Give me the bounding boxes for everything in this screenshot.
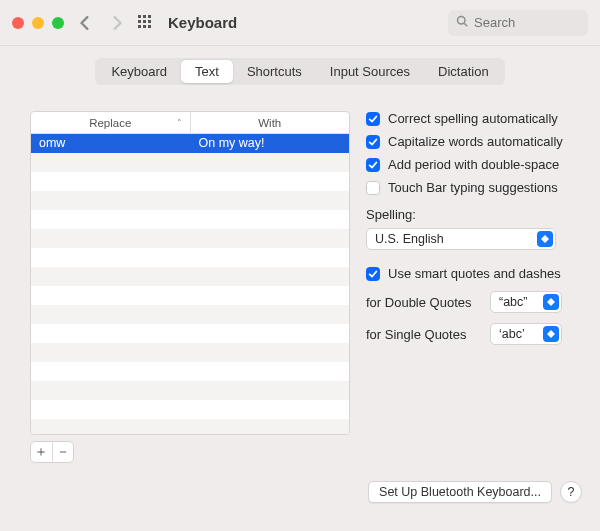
tab-bar: Keyboard Text Shortcuts Input Sources Di… <box>0 46 600 95</box>
checkbox-icon <box>366 158 380 172</box>
table-row-empty <box>31 400 349 419</box>
options-column: Correct spelling automatically Capitaliz… <box>366 111 570 463</box>
bluetooth-keyboard-button[interactable]: Set Up Bluetooth Keyboard... <box>368 481 552 503</box>
replacements-table[interactable]: Replace ˄ With omw On my way! <box>30 111 350 435</box>
svg-marker-12 <box>541 239 549 243</box>
double-quotes-select[interactable]: “abc” <box>490 291 562 313</box>
bottom-bar: Set Up Bluetooth Keyboard... ? <box>0 481 600 515</box>
single-quotes-select[interactable]: ‘abc’ <box>490 323 562 345</box>
updown-icon <box>537 231 553 247</box>
table-row-empty <box>31 210 349 229</box>
updown-icon <box>543 294 559 310</box>
cell-with: On my way! <box>191 134 350 153</box>
single-quotes-row: for Single Quotes ‘abc’ <box>366 323 570 345</box>
double-quotes-value: “abc” <box>499 295 527 309</box>
svg-marker-14 <box>547 302 555 306</box>
table-row-empty <box>31 381 349 400</box>
table-footer: ＋ － <box>30 441 74 463</box>
checkbox-icon <box>366 181 380 195</box>
svg-rect-3 <box>138 20 141 23</box>
cell-replace: omw <box>31 134 191 153</box>
table-row-empty <box>31 305 349 324</box>
search-field[interactable] <box>448 10 588 36</box>
window-controls <box>12 17 64 29</box>
single-quotes-value: ‘abc’ <box>499 327 525 341</box>
table-row-empty <box>31 172 349 191</box>
column-header-replace-label: Replace <box>89 117 131 129</box>
option-label: Touch Bar typing suggestions <box>388 180 558 195</box>
double-quotes-row: for Double Quotes “abc” <box>366 291 570 313</box>
svg-rect-0 <box>138 15 141 18</box>
option-capitalize-words[interactable]: Capitalize words automatically <box>366 134 570 149</box>
tab-dictation[interactable]: Dictation <box>424 60 503 83</box>
window-title: Keyboard <box>168 14 237 31</box>
table-row-empty <box>31 191 349 210</box>
svg-rect-5 <box>148 20 151 23</box>
close-window-button[interactable] <box>12 17 24 29</box>
tab-keyboard[interactable]: Keyboard <box>97 60 181 83</box>
tab-shortcuts[interactable]: Shortcuts <box>233 60 316 83</box>
svg-point-9 <box>458 17 466 25</box>
table-row[interactable]: omw On my way! <box>31 134 349 153</box>
checkbox-icon <box>366 267 380 281</box>
updown-icon <box>543 326 559 342</box>
column-header-with-label: With <box>258 117 281 129</box>
checkbox-icon <box>366 112 380 126</box>
option-label: Correct spelling automatically <box>388 111 558 126</box>
column-header-replace[interactable]: Replace ˄ <box>31 112 191 133</box>
option-correct-spelling[interactable]: Correct spelling automatically <box>366 111 570 126</box>
option-label: Use smart quotes and dashes <box>388 266 561 281</box>
svg-rect-8 <box>148 25 151 28</box>
table-row-empty <box>31 248 349 267</box>
svg-rect-4 <box>143 20 146 23</box>
minimize-window-button[interactable] <box>32 17 44 29</box>
title-bar: Keyboard <box>0 0 600 46</box>
search-icon <box>456 15 468 30</box>
table-row-empty <box>31 362 349 381</box>
svg-rect-1 <box>143 15 146 18</box>
tab-input-sources[interactable]: Input Sources <box>316 60 424 83</box>
double-quotes-label: for Double Quotes <box>366 295 480 310</box>
option-double-space-period[interactable]: Add period with double-space <box>366 157 570 172</box>
single-quotes-label: for Single Quotes <box>366 327 480 342</box>
option-smart-quotes[interactable]: Use smart quotes and dashes <box>366 266 570 281</box>
remove-row-button[interactable]: － <box>53 442 74 462</box>
replacements-column: Replace ˄ With omw On my way! <box>30 111 350 463</box>
all-settings-icon[interactable] <box>138 15 154 31</box>
add-row-button[interactable]: ＋ <box>31 442 53 462</box>
forward-button[interactable] <box>110 16 124 30</box>
sort-indicator-icon: ˄ <box>177 118 182 128</box>
svg-line-10 <box>464 23 467 26</box>
table-row-empty <box>31 419 349 434</box>
column-header-with[interactable]: With <box>191 112 350 133</box>
table-row-empty <box>31 267 349 286</box>
svg-rect-7 <box>143 25 146 28</box>
option-label: Capitalize words automatically <box>388 134 563 149</box>
table-row-empty <box>31 229 349 248</box>
option-label: Add period with double-space <box>388 157 559 172</box>
table-row-empty <box>31 324 349 343</box>
svg-rect-6 <box>138 25 141 28</box>
svg-marker-16 <box>547 334 555 338</box>
option-touch-bar-suggestions[interactable]: Touch Bar typing suggestions <box>366 180 570 195</box>
spelling-label: Spelling: <box>366 207 570 222</box>
zoom-window-button[interactable] <box>52 17 64 29</box>
table-row-empty <box>31 153 349 172</box>
spelling-select[interactable]: U.S. English <box>366 228 556 250</box>
tab-text[interactable]: Text <box>181 60 233 83</box>
help-button[interactable]: ? <box>560 481 582 503</box>
back-button[interactable] <box>78 16 92 30</box>
table-row-empty <box>31 286 349 305</box>
checkbox-icon <box>366 135 380 149</box>
search-input[interactable] <box>474 15 580 30</box>
spelling-value: U.S. English <box>375 232 444 246</box>
text-panel: Replace ˄ With omw On my way! <box>14 95 586 473</box>
svg-rect-2 <box>148 15 151 18</box>
nav-arrows <box>78 16 124 30</box>
table-row-empty <box>31 343 349 362</box>
